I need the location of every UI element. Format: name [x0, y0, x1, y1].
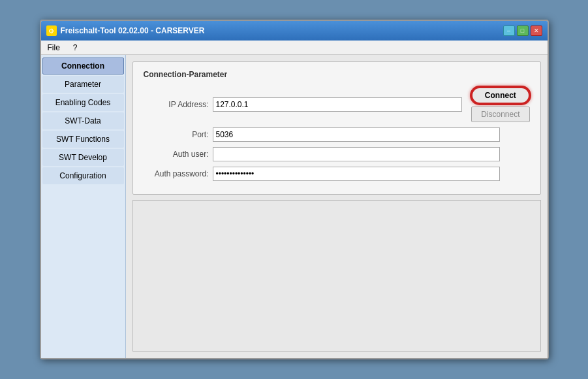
connection-panel: Connection-Parameter IP Address: Connect…: [132, 61, 541, 195]
ip-input-wrap: [213, 97, 463, 112]
menu-file[interactable]: File: [45, 42, 63, 53]
ip-row: IP Address: Connect Disconnect: [144, 87, 530, 122]
auth-user-input[interactable]: [213, 147, 500, 161]
sidebar-item-parameter[interactable]: Parameter: [42, 76, 124, 93]
auth-password-label: Auth password:: [144, 169, 209, 178]
sidebar-item-swt-develop[interactable]: SWT Develop: [42, 149, 124, 166]
title-bar-left: ⚙ Freischalt-Tool 02.02.00 - CARSERVER: [46, 25, 205, 36]
sidebar-item-enabling-codes[interactable]: Enabling Codes: [42, 94, 124, 111]
sidebar-item-configuration[interactable]: Configuration: [42, 167, 124, 184]
ip-address-input[interactable]: [213, 97, 463, 112]
menu-bar: File ?: [41, 41, 548, 55]
auth-password-input[interactable]: [213, 167, 500, 181]
sidebar-item-connection[interactable]: Connection: [42, 58, 124, 74]
window-title: Freischalt-Tool 02.02.00 - CARSERVER: [61, 26, 205, 35]
action-buttons: Connect Disconnect: [471, 87, 529, 122]
title-bar: ⚙ Freischalt-Tool 02.02.00 - CARSERVER –…: [41, 21, 548, 41]
sidebar-item-swt-data[interactable]: SWT-Data: [42, 112, 124, 129]
auth-user-label: Auth user:: [144, 150, 209, 159]
port-label: Port:: [144, 130, 209, 139]
minimize-button[interactable]: –: [503, 25, 515, 36]
title-buttons: – □ ✕: [503, 25, 542, 36]
port-input[interactable]: [213, 127, 500, 142]
app-icon: ⚙: [46, 25, 57, 36]
disconnect-button[interactable]: Disconnect: [471, 107, 529, 122]
auth-user-row: Auth user:: [144, 147, 530, 161]
ip-label: IP Address:: [144, 100, 209, 109]
sidebar: Connection Parameter Enabling Codes SWT-…: [41, 55, 126, 358]
port-row: Port:: [144, 127, 530, 142]
auth-password-row: Auth password:: [144, 167, 530, 181]
main-window: ⚙ Freischalt-Tool 02.02.00 - CARSERVER –…: [40, 20, 549, 359]
close-button[interactable]: ✕: [531, 25, 542, 36]
bottom-panel: [132, 200, 541, 352]
panel-title: Connection-Parameter: [144, 70, 530, 79]
menu-help[interactable]: ?: [70, 42, 80, 53]
connect-button[interactable]: Connect: [471, 87, 529, 104]
main-content: Connection Parameter Enabling Codes SWT-…: [41, 55, 548, 358]
sidebar-item-swt-functions[interactable]: SWT Functions: [42, 131, 124, 148]
content-area: Connection-Parameter IP Address: Connect…: [126, 55, 548, 358]
maximize-button[interactable]: □: [517, 25, 529, 36]
